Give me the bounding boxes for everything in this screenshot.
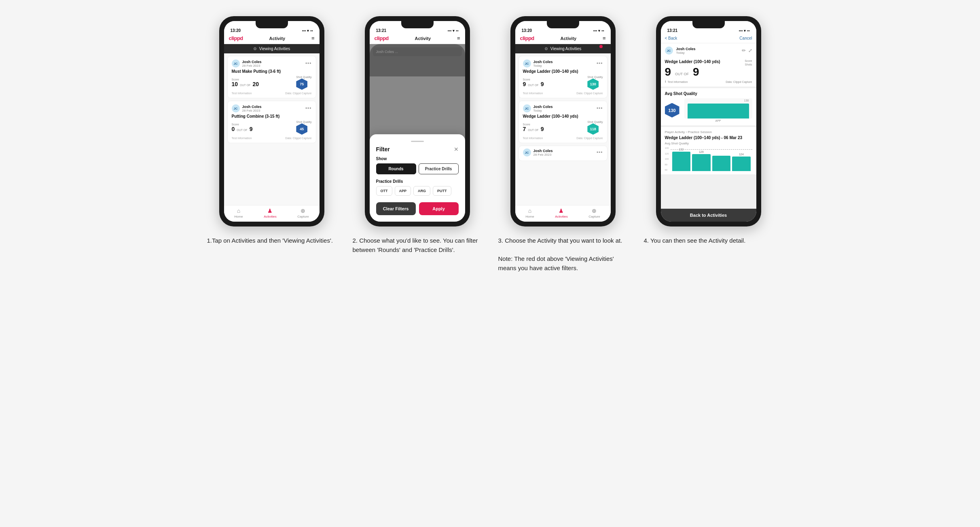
bottom-nav-3: ⌂ Home ♟ Activities ⊕ Capture <box>515 205 611 222</box>
back-btn-4[interactable]: < Back <box>665 36 677 40</box>
nav-capture-label-3: Capture <box>588 215 600 218</box>
mini-bar-group-4-2: 129 <box>692 150 711 171</box>
avatar-1-1: JC <box>232 59 240 68</box>
card-header-3-1: JC Josh Coles Today ••• <box>523 59 603 68</box>
app-header-1: clippd Activity ≡ <box>224 34 320 44</box>
viewing-bar-label-1: Viewing Activities <box>259 47 290 51</box>
filter-modal-2: Filter ✕ Show Rounds Practice Drills Pra… <box>370 134 465 222</box>
score-value-3-2: 7 <box>523 126 526 132</box>
score-value-1-1: 10 <box>232 81 238 87</box>
home-icon-1: ⌂ <box>237 207 240 214</box>
activity-card-1-1[interactable]: JC Josh Coles 28 Feb 2023 ••• Must Make … <box>227 56 316 98</box>
cancel-btn-4[interactable]: Cancel <box>739 36 752 40</box>
big-score-4: 9 <box>665 66 671 78</box>
session-subtitle-4: Avg Shot Quality <box>665 142 752 145</box>
step-1-column: 13:20 ▪▪▪ ▾ ▪▪ clippd Activity ≡ ⚙ Vie <box>207 16 337 246</box>
app-title-2: Activity <box>415 36 431 41</box>
card-title-1-1: Must Make Putting (3-6 ft) <box>232 69 312 74</box>
more-dots-3-1[interactable]: ••• <box>597 61 603 66</box>
capture-icon-1: ⊕ <box>301 207 305 214</box>
activity-card-3-2[interactable]: JC Josh Coles Today ••• Wedge Ladder (10… <box>519 101 607 143</box>
hamburger-icon-3[interactable]: ≡ <box>603 35 606 41</box>
data-source-1-1: Data: Clippd Capture <box>285 92 311 95</box>
phone-inner-3: 13:20 ▪▪▪ ▾ ▪▪ clippd Activity ≡ ⚙ Vie <box>515 21 611 222</box>
user-info-3-2: Josh Coles Today <box>533 105 553 112</box>
signal-icon-3: ▪▪▪ <box>593 29 597 33</box>
arg-btn-2[interactable]: ARG <box>413 186 430 196</box>
settings-icon-3: ⚙ <box>544 47 548 51</box>
phone-inner-1: 13:20 ▪▪▪ ▾ ▪▪ clippd Activity ≡ ⚙ Vie <box>224 21 320 222</box>
phone-notch-3 <box>547 21 579 28</box>
clear-filters-btn-2[interactable]: Clear Filters <box>376 202 416 215</box>
nav-home-1[interactable]: ⌂ Home <box>234 207 243 218</box>
card-title-1-2: Putting Combine (3-15 ft) <box>232 114 312 119</box>
mini-bar-label-4-2: 129 <box>699 150 704 153</box>
avatar-3-1: JC <box>523 59 531 68</box>
user-info-1-1: Josh Coles 28 Feb 2023 <box>242 60 262 68</box>
practice-drills-filter-btn-2[interactable]: Practice Drills <box>419 163 459 174</box>
avg-sq-title-4: Avg Shot Quality <box>665 91 752 96</box>
app-btn-2[interactable]: APP <box>395 186 411 196</box>
more-dots-3-2[interactable]: ••• <box>597 106 603 111</box>
putt-btn-2[interactable]: PUTT <box>433 186 451 196</box>
data-source-3-1: Data: Clippd Capture <box>576 92 603 95</box>
score-stat-3-2: Score 7 OUT OF 9 <box>523 123 544 132</box>
mini-bar-4-2 <box>692 154 711 171</box>
info-row-4: ℹ Test Information Data: Clippd Capture <box>665 80 752 83</box>
battery-icon-4: ▪▪ <box>747 29 749 33</box>
card-user-1-1: JC Josh Coles 28 Feb 2023 <box>232 59 262 68</box>
more-dots-3-3[interactable]: ••• <box>597 150 603 155</box>
rounds-filter-btn-2[interactable]: Rounds <box>376 163 416 174</box>
viewing-activities-bar-1[interactable]: ⚙ Viewing Activities <box>224 44 320 53</box>
user-name-3-2: Josh Coles <box>533 105 553 109</box>
signal-icon-2: ▪▪▪ <box>448 29 452 33</box>
nav-home-3[interactable]: ⌂ Home <box>525 207 534 218</box>
phone-notch-1 <box>256 21 288 28</box>
ott-btn-2[interactable]: OTT <box>376 186 392 196</box>
card-header-3-2: JC Josh Coles Today ••• <box>523 104 603 112</box>
score-outof-3-2: 7 OUT OF 9 <box>523 126 544 132</box>
more-dots-1-1[interactable]: ••• <box>305 61 312 66</box>
nav-activities-3[interactable]: ♟ Activities <box>555 207 568 218</box>
nav-capture-3[interactable]: ⊕ Capture <box>588 207 600 218</box>
activity-card-3-3[interactable]: JC Josh Coles 28 Feb 2023 ••• <box>519 146 607 161</box>
apply-filter-btn-2[interactable]: Apply <box>419 202 459 215</box>
status-time-4: 13:21 <box>667 28 678 33</box>
close-filter-btn-2[interactable]: ✕ <box>454 146 459 152</box>
sq-stat-3-2: Shot Quality 118 <box>587 121 603 135</box>
nav-capture-1[interactable]: ⊕ Capture <box>297 207 309 218</box>
session-title-4: Wedge Ladder (100–140 yds) - 06 Mar 23 <box>665 135 752 140</box>
hamburger-icon-1[interactable]: ≡ <box>311 35 315 41</box>
user-date-3-2: Today <box>533 109 553 112</box>
card-header-1-1: JC Josh Coles 28 Feb 2023 ••• <box>232 59 312 68</box>
activity-card-1-2[interactable]: JC Josh Coles 28 Feb 2023 ••• Putting Co… <box>227 101 316 143</box>
nav-activities-1[interactable]: ♟ Activities <box>264 207 277 218</box>
card-stats-3-1: Score 9 OUT OF 9 Shot Quality 130 <box>523 76 603 90</box>
user-date-3-3: 28 Feb 2023 <box>533 153 553 157</box>
sq-label-1-1: Shot Quality <box>296 76 311 78</box>
signal-icon-4: ▪▪▪ <box>739 29 743 33</box>
test-info-4: Test Information <box>668 80 688 83</box>
sq-badge-1-1: 75 <box>296 78 307 90</box>
card-user-3-1: JC Josh Coles Today <box>523 59 553 68</box>
more-dots-1-2[interactable]: ••• <box>305 106 312 111</box>
status-time-3: 13:20 <box>522 28 532 33</box>
chart-bar-area-4 <box>684 98 752 119</box>
mini-bar-label-4-4: 124 <box>739 153 744 156</box>
app-logo-3: clippd <box>520 35 534 41</box>
sq-badge-1-2: 45 <box>296 123 307 135</box>
expand-icon-4[interactable]: ⤢ <box>748 48 752 53</box>
activities-icon-1: ♟ <box>267 207 273 214</box>
drill-buttons-2: OTT APP ARG PUTT <box>376 186 459 196</box>
out-of-label-4: OUT OF <box>675 72 689 78</box>
step-4-desc: 4. You can then see the Activity detail. <box>644 236 773 246</box>
viewing-activities-bar-3[interactable]: ⚙ Viewing Activities <box>515 44 611 53</box>
hamburger-icon-2[interactable]: ≡ <box>457 35 460 41</box>
activity-card-3-1[interactable]: JC Josh Coles Today ••• Wedge Ladder (10… <box>519 56 607 98</box>
info-circle-icon-4: ℹ <box>665 80 666 83</box>
score-label-3-2: Score <box>523 123 544 126</box>
session-label-4: Player Activity › Practice Session <box>665 130 752 134</box>
back-to-activities-btn-4[interactable]: Back to Activities <box>661 209 756 222</box>
edit-icon-4[interactable]: ✏ <box>742 48 746 53</box>
nav-home-label-1: Home <box>234 215 243 218</box>
